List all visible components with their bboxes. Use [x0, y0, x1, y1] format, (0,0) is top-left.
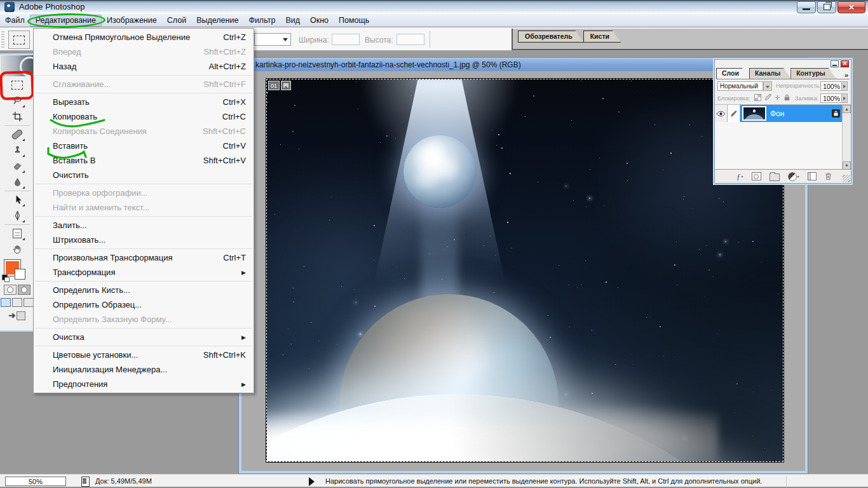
app-titlebar[interactable]: Adobe Photoshop ✕ [0, 0, 868, 14]
add-mask-button[interactable] [752, 172, 761, 180]
default-colors-icon[interactable] [2, 274, 8, 280]
resize-grip[interactable] [843, 175, 850, 182]
lock-icon [833, 111, 839, 116]
lock-all-icon[interactable] [783, 94, 790, 101]
menu-item-label: Очистка [53, 332, 85, 342]
style-dropdown[interactable] [254, 33, 291, 46]
edit-menu-item-21[interactable]: Трансформация▶ [34, 265, 254, 280]
edit-menu-item-29[interactable]: Цветовые установки...Shft+Ctrl+K [34, 348, 254, 362]
opacity-spinner[interactable] [841, 81, 848, 91]
new-group-button[interactable] [770, 172, 780, 181]
edit-menu-item-11[interactable]: Вставить ВShft+Ctrl+V [34, 153, 254, 168]
scrollbar[interactable]: ▲ ▼ [842, 105, 851, 170]
standard-screen-button[interactable] [1, 298, 11, 307]
tool-hand[interactable] [8, 241, 26, 257]
lock-paint-icon[interactable] [764, 93, 772, 101]
adjustment-layer-button[interactable]: ▾ [788, 172, 799, 181]
tool-preset-picker[interactable] [8, 30, 30, 49]
tool-pen[interactable] [8, 208, 26, 224]
layer-row[interactable]: Фон [715, 105, 843, 122]
tool-path-select[interactable] [8, 192, 26, 208]
palette-well-tab-1[interactable]: Обозреватель [518, 30, 584, 43]
zoom-level-box[interactable]: 50% [5, 477, 66, 486]
edit-menu-item-15[interactable]: Найти и заменить текст... [34, 200, 254, 215]
palette-well-tab-2[interactable]: Кисти [583, 30, 621, 43]
close-button[interactable]: ✕ [837, 1, 865, 13]
tool-eraser[interactable] [8, 158, 26, 174]
edit-menu-item-24[interactable]: Определить Образец... [34, 297, 254, 312]
layers-tab-3[interactable]: Контуры [790, 68, 836, 79]
menubar-item-4[interactable]: Слой [162, 15, 191, 27]
edit-menu-item-17[interactable]: Залить... [34, 218, 254, 233]
menu-item-label: Отмена Прямоугольное Выделение [53, 32, 190, 42]
blend-mode-select[interactable]: Нормальный [717, 81, 763, 91]
edit-menu-item-1[interactable]: Отмена Прямоугольное ВыделениеCtrl+Z [34, 30, 254, 44]
edit-menu-item-27[interactable]: Очистка▶ [34, 330, 254, 344]
fullscreen-button[interactable] [24, 298, 34, 307]
document-size-readout[interactable]: Док: 5,49M/5,49M [95, 477, 152, 485]
fullscreen-menubar-button[interactable] [12, 298, 22, 307]
edit-menu-item-10[interactable]: ВставитьCtrl+V [34, 139, 254, 153]
menubar-item-7[interactable]: Вид [280, 15, 305, 27]
delete-layer-button[interactable] [825, 172, 832, 180]
width-input[interactable] [332, 34, 360, 45]
layer-name[interactable]: Фон [770, 109, 784, 118]
edit-menu-item-18[interactable]: Штриховать... [34, 233, 254, 247]
opacity-value[interactable]: 100% [820, 81, 842, 91]
edit-menu-item-12[interactable]: Очистить [34, 168, 254, 182]
lock-transparency-icon[interactable] [754, 94, 761, 101]
layers-tab-1[interactable]: Слои [716, 68, 750, 79]
minimize-icon [803, 8, 810, 10]
height-input[interactable] [397, 34, 424, 45]
visibility-toggle[interactable] [715, 105, 728, 122]
adjustment-layer-button-icon: ▾ [797, 174, 799, 179]
menubar-item-5[interactable]: Выделение [191, 15, 243, 27]
edit-menu-item-8[interactable]: КопироватьCtrl+C [34, 109, 254, 124]
tool-clone-stamp[interactable] [8, 142, 26, 158]
quick-mask-mode-button[interactable] [18, 285, 31, 295]
edit-menu-item-7[interactable]: ВырезатьCtrl+X [34, 95, 254, 109]
edit-menu-panel: Отмена Прямоугольное ВыделениеCtrl+ZВпер… [33, 28, 254, 393]
edit-menu-item-5[interactable]: Сглаживание...Shft+Ctrl+F [34, 77, 254, 92]
background-color-swatch[interactable] [15, 269, 25, 280]
layer-thumbnail[interactable] [742, 106, 766, 121]
jump-to-imageready-button[interactable]: ➔ [0, 311, 34, 320]
edit-menu-item-30[interactable]: Инициализация Менеджера... [34, 362, 254, 377]
palette-header[interactable]: ✕ [715, 60, 851, 69]
layer-style-button[interactable]: ƒ▾ [736, 172, 743, 182]
new-layer-button[interactable] [808, 172, 817, 180]
menubar-item-1[interactable]: Файл [0, 15, 30, 27]
menu-item-shortcut: Shft+Ctrl+Z [204, 47, 246, 57]
restore-button[interactable] [817, 1, 836, 13]
standard-mode-button[interactable] [4, 285, 17, 295]
fill-value[interactable]: 100% [820, 93, 842, 103]
menubar-item-6[interactable]: Фильтр [243, 15, 280, 27]
minimize-button[interactable] [797, 1, 816, 13]
chevron-down-icon[interactable] [763, 81, 772, 91]
lock-position-icon[interactable]: ✛ [775, 95, 780, 101]
scroll-up-button[interactable]: ▲ [843, 105, 851, 113]
palette-minimize-button[interactable] [831, 60, 839, 67]
tool-blur[interactable] [8, 174, 26, 190]
tool-healing-brush[interactable] [8, 126, 26, 142]
edit-menu-item-31[interactable]: Предпочтения▶ [34, 377, 254, 391]
edit-menu-item-20[interactable]: Произвольная ТрансформацияCtrl+T [34, 250, 254, 265]
menubar-item-9[interactable]: Помощь [334, 15, 374, 27]
tool-notes[interactable] [8, 226, 26, 241]
tool-crop[interactable] [8, 109, 26, 125]
menubar-item-8[interactable]: Окно [305, 15, 334, 27]
menubar-item-3[interactable]: Изображение [102, 15, 162, 27]
grip-handle[interactable] [1, 31, 4, 48]
layers-tab-2[interactable]: Каналы [749, 68, 791, 79]
edit-menu-item-2[interactable]: ВпередShft+Ctrl+Z [34, 44, 254, 59]
edit-menu-item-14[interactable]: Проверка орфографии... [34, 186, 254, 200]
menubar-item-2[interactable]: Редактирование [30, 15, 102, 27]
edit-menu-item-3[interactable]: НазадAlt+Ctrl+Z [34, 59, 254, 74]
edit-menu-item-9[interactable]: Копировать СоединенияShft+Ctrl+C [34, 124, 254, 139]
palette-close-button[interactable]: ✕ [841, 60, 849, 67]
edit-menu-item-23[interactable]: Определить Кисть... [34, 283, 254, 297]
fill-spinner[interactable] [841, 93, 848, 103]
edit-menu-item-25[interactable]: Определить Заказную Форму... [34, 312, 254, 327]
image-canvas[interactable]: 01 [266, 79, 783, 462]
palette-menu-chevron[interactable]: » [844, 71, 850, 79]
